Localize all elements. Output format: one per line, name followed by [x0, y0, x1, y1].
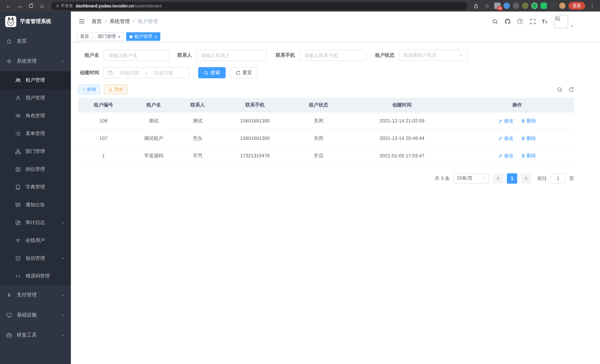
sidebar-item-post[interactable]: 岗位管理 [0, 160, 71, 178]
browser-home-button[interactable]: ⌂ [37, 1, 47, 10]
extensions-puzzle-icon[interactable] [550, 3, 556, 9]
sidebar-item-dev-tools[interactable]: 研发工具 [0, 325, 71, 345]
site-security[interactable]: ⚠ 不安全 [56, 3, 73, 9]
docs-button[interactable]: ? [515, 16, 525, 27]
shield-icon [15, 255, 21, 261]
share-button[interactable] [472, 2, 480, 10]
share-icon [473, 3, 479, 8]
date-range-picker[interactable]: - [103, 67, 189, 78]
tags-view: 首页 部门管理 × 租户管理 × [71, 31, 600, 42]
search-icon [557, 87, 562, 92]
sidebar-item-error-code[interactable]: 错误码管理 [0, 267, 71, 285]
extension-pinned-icon[interactable]: 10 [494, 3, 501, 9]
header-search-button[interactable] [490, 16, 500, 27]
logo[interactable]: 芋道管理系统 [0, 11, 71, 31]
extension-dark-icon[interactable] [513, 3, 519, 9]
sidebar-item-tenant[interactable]: 租户管理 [0, 71, 71, 89]
sidebar-item-role[interactable]: 角色管理 [0, 107, 71, 125]
browser-back-button[interactable]: ← [4, 1, 13, 10]
extension-green-circle-icon[interactable] [531, 3, 538, 9]
user-avatar[interactable] [554, 15, 568, 28]
yen-icon: ¥ [6, 292, 12, 298]
date-end-input[interactable] [149, 70, 178, 75]
table-row: 1 芋道源码 芋艿 17321315478 开启 2021-01-05 17:0… [78, 147, 574, 164]
tab-tenant[interactable]: 租户管理 × [126, 32, 160, 41]
page-size-select[interactable]: 10条/页 [453, 173, 489, 184]
sidebar-item-home[interactable]: 首页 [0, 31, 71, 51]
tab-home[interactable]: 首页 [77, 32, 92, 41]
tab-dept[interactable]: 部门管理 × [95, 32, 124, 41]
fullscreen-button[interactable] [527, 16, 538, 27]
sidebar-item-infra[interactable]: 基础设施 [0, 305, 71, 325]
extension-drop-icon[interactable] [504, 3, 510, 9]
breadcrumb-home[interactable]: 首页 [92, 18, 102, 25]
page-1-button[interactable]: 1 [507, 173, 517, 184]
bookmark-button[interactable]: ☆ [483, 2, 491, 10]
sidebar-item-notice[interactable]: 通知公告 [0, 196, 71, 214]
toggle-search-button[interactable] [557, 87, 562, 92]
contact-input[interactable] [196, 50, 267, 61]
search-icon [492, 18, 498, 24]
reset-button[interactable]: 重置 [230, 67, 258, 78]
breadcrumb-system[interactable]: 系统管理 [110, 18, 130, 25]
tab-label: 租户管理 [134, 33, 152, 40]
sidebar-item-payment[interactable]: ¥ 支付管理 [0, 285, 71, 305]
address-bar[interactable]: ⚠ 不安全 dashboard.yudao.iocoder.cn/system/… [51, 2, 468, 10]
search-button[interactable]: 搜索 [198, 67, 225, 78]
close-icon[interactable]: × [154, 34, 157, 39]
edit-link[interactable]: 修改 [498, 117, 514, 124]
browser-reload-button[interactable] [26, 1, 36, 10]
delete-link[interactable]: 删除 [521, 117, 536, 124]
status-select[interactable]: 请选择租户状态 [399, 50, 468, 61]
extension-olive-icon[interactable] [522, 3, 528, 9]
phone-input[interactable] [300, 50, 366, 61]
user-icon [15, 95, 21, 101]
export-button[interactable]: 导出 [104, 84, 128, 94]
user-menu-caret[interactable] [570, 15, 574, 28]
sidebar-item-dept[interactable]: 部门管理 [0, 142, 71, 160]
prev-page-button[interactable] [493, 173, 503, 184]
add-button[interactable]: + 新增 [78, 84, 100, 94]
sidebar-item-sms[interactable]: 短信管理 [0, 249, 71, 267]
chevron-down-icon [61, 221, 65, 225]
delete-link[interactable]: 删除 [521, 135, 536, 141]
date-start-input[interactable] [115, 70, 143, 75]
browser-forward-button[interactable]: → [15, 1, 25, 10]
download-icon [108, 87, 113, 92]
sidebar-item-user[interactable]: 用户管理 [0, 89, 71, 107]
tenant-name-label: 租户名 [78, 52, 103, 59]
profile-avatar[interactable] [559, 3, 565, 9]
collapse-sidebar-button[interactable] [76, 16, 87, 27]
broken-image-icon [555, 16, 560, 21]
filter-create-time: 创建时间 - [78, 67, 189, 78]
col-tenant-id: 租户编号 [78, 98, 129, 112]
browser-menu-button[interactable]: ⋮ [588, 2, 596, 10]
refresh-table-button[interactable] [568, 87, 574, 92]
github-button[interactable] [502, 16, 513, 27]
edit-link[interactable]: 修改 [498, 135, 514, 141]
menu-list-icon [15, 131, 21, 136]
delete-link[interactable]: 删除 [521, 152, 536, 159]
col-tenant-name: 租户名 [129, 98, 179, 112]
close-icon[interactable]: × [118, 34, 121, 39]
monitor-icon [6, 312, 12, 318]
chevron-down-icon [61, 256, 65, 260]
refresh-icon [236, 70, 240, 75]
sidebar-item-online-user[interactable]: 在线用户 [0, 232, 71, 249]
phone-label: 联系手机 [276, 52, 300, 59]
sidebar-item-dict[interactable]: 字典管理 [0, 178, 71, 196]
goto-page-input[interactable] [551, 173, 565, 184]
cell-status: 关闭 [293, 130, 344, 147]
system-submenu: 租户管理 用户管理 角色管理 菜单管理 部门管理 [0, 71, 71, 285]
next-page-button[interactable] [521, 173, 531, 184]
filter-row-1: 租户名 联系人 联系手机 租户状态 请选择租户状态 [78, 50, 574, 61]
reload-icon [28, 3, 34, 9]
browser-update-button[interactable]: 更新 [568, 2, 585, 10]
sidebar-item-menu[interactable]: 菜单管理 [0, 125, 71, 142]
tenant-name-input[interactable] [103, 50, 169, 61]
sidebar-item-audit-log[interactable]: 审计日志 [0, 214, 71, 232]
font-size-button[interactable]: TT [540, 18, 549, 25]
edit-link[interactable]: 修改 [498, 152, 514, 159]
extension-green-square-icon[interactable] [541, 3, 547, 9]
sidebar-item-system[interactable]: ⚙ 系统管理 [0, 51, 71, 71]
